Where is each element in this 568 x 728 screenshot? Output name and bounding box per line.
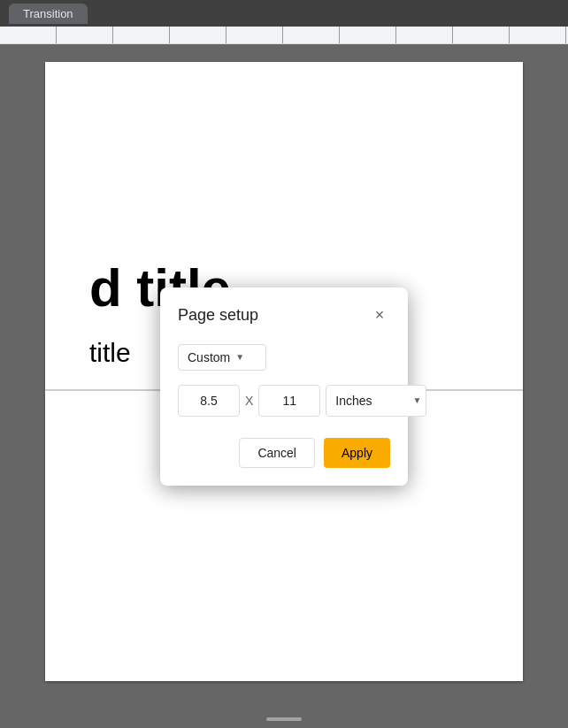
close-button[interactable]: × <box>369 305 390 326</box>
tab-bar: Transition <box>0 0 568 27</box>
tab-transition[interactable]: Transition <box>9 4 88 24</box>
ruler <box>0 27 568 44</box>
preset-dropdown-arrow: ▼ <box>235 352 244 362</box>
dimension-separator: X <box>245 394 253 408</box>
ruler-marks <box>0 27 568 44</box>
preset-dropdown[interactable]: Custom ▼ <box>178 344 266 371</box>
modal-overlay: Page setup × Custom ▼ X Inches Centimete <box>0 44 568 728</box>
apply-button[interactable]: Apply <box>324 438 390 468</box>
dialog-title: Page setup <box>178 306 258 325</box>
unit-select-wrapper: Inches Centimeters Points ▼ <box>326 385 426 417</box>
width-input[interactable] <box>178 385 240 417</box>
unit-select[interactable]: Inches Centimeters Points <box>326 385 426 417</box>
dialog-header: Page setup × <box>178 305 390 326</box>
height-input[interactable] <box>258 385 320 417</box>
dialog-footer: Cancel Apply <box>178 438 390 468</box>
dimensions-row: X Inches Centimeters Points ▼ <box>178 385 390 417</box>
preset-label: Custom <box>188 350 230 364</box>
cancel-button[interactable]: Cancel <box>239 438 315 468</box>
main-area: d title title Page setup × Custom ▼ X <box>0 44 568 728</box>
page-setup-dialog: Page setup × Custom ▼ X Inches Centimete <box>160 287 408 486</box>
preset-dropdown-wrapper: Custom ▼ <box>178 344 390 371</box>
